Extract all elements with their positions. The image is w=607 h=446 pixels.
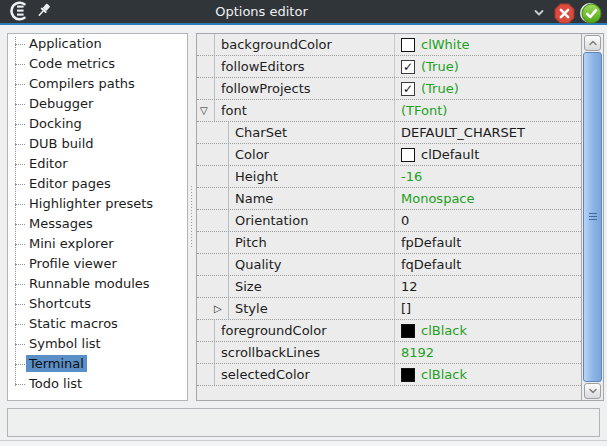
property-row-selectedColor[interactable]: selectedColorclBlack [197, 364, 581, 386]
sidebar-item-static-macros[interactable]: Static macros [8, 314, 187, 334]
property-value-cell[interactable]: -16 [394, 166, 581, 187]
sidebar-item-todo-list[interactable]: Todo list [8, 374, 187, 394]
property-row-Color[interactable]: ColorclDefault [197, 144, 581, 166]
property-row-Orientation[interactable]: Orientation0 [197, 210, 581, 232]
property-value-cell[interactable]: clDefault [394, 144, 581, 165]
sidebar-item-editor-pages[interactable]: Editor pages [8, 174, 187, 194]
property-row-scrollbackLines[interactable]: scrollbackLines8192 [197, 342, 581, 364]
sidebar-item-compilers-paths[interactable]: Compilers paths [8, 74, 187, 94]
pin-icon[interactable] [36, 2, 52, 22]
checkbox-checked[interactable]: ✓ [401, 82, 415, 96]
sidebar-item-code-metrics[interactable]: Code metrics [8, 54, 187, 74]
expand-icon[interactable]: ▷ [214, 298, 222, 320]
sidebar-item-messages[interactable]: Messages [8, 214, 187, 234]
property-name: backgroundColor [214, 34, 393, 55]
cancel-button[interactable] [554, 3, 575, 24]
property-value-cell[interactable]: [] [394, 298, 581, 319]
app-logo-icon[interactable] [7, 0, 29, 24]
checkbox-checked[interactable]: ✓ [401, 60, 415, 74]
property-value-cell[interactable]: fpDefault [394, 232, 581, 253]
property-value: -16 [401, 169, 422, 184]
property-value-cell[interactable]: Monospace [394, 188, 581, 209]
property-value-cell[interactable]: clWhite [394, 34, 581, 55]
sidebar-item-terminal[interactable]: Terminal [8, 354, 187, 374]
property-row-Name[interactable]: NameMonospace [197, 188, 581, 210]
color-swatch [401, 324, 415, 338]
property-value-cell[interactable]: ✓(True) [394, 78, 581, 99]
property-value-cell[interactable]: 8192 [394, 342, 581, 363]
collapse-icon[interactable]: ▽ [200, 100, 208, 122]
property-value-cell[interactable]: clBlack [394, 320, 581, 341]
sidebar-item-label: Mini explorer [26, 235, 117, 252]
sidebar-item-debugger[interactable]: Debugger [8, 94, 187, 114]
property-value: (TFont) [401, 103, 447, 118]
scrollbar-grip-icon [589, 213, 597, 221]
property-row-backgroundColor[interactable]: backgroundColorclWhite [197, 34, 581, 56]
property-name: CharSet [228, 122, 393, 143]
property-row-font[interactable]: ▽font(TFont) [197, 100, 581, 122]
sidebar-item-shortcuts[interactable]: Shortcuts [8, 294, 187, 314]
property-row-followProjects[interactable]: followProjects✓(True) [197, 78, 581, 100]
property-value-cell[interactable]: clBlack [394, 364, 581, 385]
window-bottom-edge [0, 440, 607, 446]
property-name: Style [228, 298, 393, 319]
sidebar-item-runnable-modules[interactable]: Runnable modules [8, 274, 187, 294]
accept-check-icon [581, 3, 602, 24]
vertical-scrollbar[interactable] [583, 35, 602, 399]
property-value-cell[interactable]: ✓(True) [394, 56, 581, 77]
sidebar-item-label: Debugger [26, 95, 96, 112]
property-name: foregroundColor [214, 320, 393, 341]
panel-splitter[interactable] [188, 33, 196, 401]
sidebar-item-label: Editor [26, 155, 70, 172]
property-value: clWhite [421, 37, 470, 52]
property-value: 0 [401, 213, 409, 228]
property-value-cell[interactable]: DEFAULT_CHARSET [394, 122, 581, 143]
cancel-octagon-icon [554, 3, 575, 24]
color-swatch [401, 148, 415, 162]
property-row-followEditors[interactable]: followEditors✓(True) [197, 56, 581, 78]
property-value: clBlack [421, 367, 467, 382]
property-value-cell[interactable]: (TFont) [394, 100, 581, 121]
property-row-foregroundColor[interactable]: foregroundColorclBlack [197, 320, 581, 342]
sidebar-item-label: Todo list [26, 375, 85, 392]
shade-button[interactable] [530, 4, 548, 22]
category-tree-list: ApplicationCode metricsCompilers pathsDe… [8, 34, 187, 394]
sidebar-item-label: Compilers paths [26, 75, 138, 92]
property-row-Size[interactable]: Size12 [197, 276, 581, 298]
color-swatch [401, 368, 415, 382]
sidebar-item-mini-explorer[interactable]: Mini explorer [8, 234, 187, 254]
property-row-Height[interactable]: Height-16 [197, 166, 581, 188]
sidebar-item-highlighter-presets[interactable]: Highlighter presets [8, 194, 187, 214]
property-value: (True) [421, 81, 459, 96]
property-value-cell[interactable]: 12 [394, 276, 581, 297]
sidebar-item-label: Docking [26, 115, 85, 132]
property-row-Pitch[interactable]: PitchfpDefault [197, 232, 581, 254]
property-row-Style[interactable]: ▷Style[] [197, 298, 581, 320]
sidebar-item-label: Terminal [26, 355, 87, 372]
sidebar-item-editor[interactable]: Editor [8, 154, 187, 174]
property-value: clBlack [421, 323, 467, 338]
scroll-up-button[interactable] [584, 35, 601, 51]
property-name: followProjects [214, 78, 393, 99]
scroll-up-arrow-icon [588, 39, 598, 47]
sidebar-item-application[interactable]: Application [8, 34, 187, 54]
sidebar-item-symbol-list[interactable]: Symbol list [8, 334, 187, 354]
property-value: [] [401, 301, 411, 316]
sidebar-item-label: Application [26, 35, 105, 52]
accept-button[interactable] [581, 3, 602, 24]
scroll-down-button[interactable] [584, 383, 601, 399]
property-row-CharSet[interactable]: CharSetDEFAULT_CHARSET [197, 122, 581, 144]
property-value: fpDefault [401, 235, 461, 250]
property-value-cell[interactable]: fqDefault [394, 254, 581, 275]
property-value: 8192 [401, 345, 434, 360]
sidebar-item-docking[interactable]: Docking [8, 114, 187, 134]
property-name: scrollbackLines [214, 342, 393, 363]
property-value-cell[interactable]: 0 [394, 210, 581, 231]
color-swatch [401, 38, 415, 52]
property-value: clDefault [421, 147, 479, 162]
property-row-Quality[interactable]: QualityfqDefault [197, 254, 581, 276]
sidebar-item-dub-build[interactable]: DUB build [8, 134, 187, 154]
scrollbar-thumb[interactable] [583, 52, 602, 382]
sidebar-item-label: Code metrics [26, 55, 118, 72]
sidebar-item-profile-viewer[interactable]: Profile viewer [8, 254, 187, 274]
